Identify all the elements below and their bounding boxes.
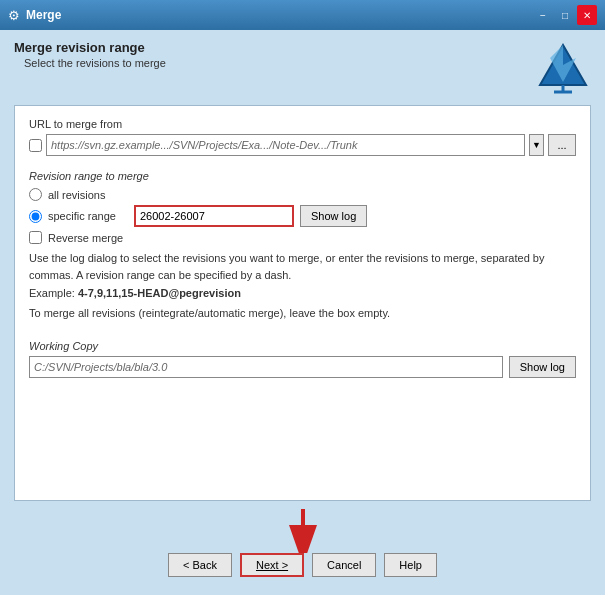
reverse-merge-checkbox[interactable] [29,231,42,244]
arrow-area [28,509,577,553]
wc-row: Show log [29,356,576,378]
specific-range-radio[interactable] [29,210,42,223]
cancel-button[interactable]: Cancel [312,553,376,577]
reverse-merge-row: Reverse merge [29,231,576,244]
info-text: Use the log dialog to select the revisio… [29,250,576,283]
url-section: URL to merge from ▼ ... [29,118,576,156]
all-revisions-label: all revisions [48,189,105,201]
next-button[interactable]: Next > [240,553,304,577]
content-area: URL to merge from ▼ ... Revision range t… [14,105,591,501]
all-revisions-row: all revisions [29,188,576,201]
page-title: Merge revision range [14,40,166,55]
help-button[interactable]: Help [384,553,437,577]
url-checkbox[interactable] [29,139,42,152]
revision-section: Revision range to merge all revisions sp… [29,170,576,322]
titlebar-controls: − □ ✕ [533,5,597,25]
dialog-body: Merge revision range Select the revision… [0,30,605,595]
bottom-bar: < Back Next > Cancel Help [14,501,591,585]
titlebar: ⚙ Merge − □ ✕ [0,0,605,30]
working-copy-section: Working Copy Show log [29,340,576,378]
example-text: Example: 4-7,9,11,15-HEAD@pegrevision [29,287,576,299]
url-row: ▼ ... [29,134,576,156]
url-label: URL to merge from [29,118,576,130]
show-log-button[interactable]: Show log [300,205,367,227]
reverse-merge-label: Reverse merge [48,232,123,244]
header-text: Merge revision range Select the revision… [14,40,166,69]
url-dropdown-arrow[interactable]: ▼ [529,134,544,156]
header-section: Merge revision range Select the revision… [14,40,591,95]
arrow-icon [273,509,333,553]
titlebar-title: Merge [26,8,61,22]
working-copy-label: Working Copy [29,340,576,352]
header-logo [536,40,591,95]
all-revisions-radio[interactable] [29,188,42,201]
browse-button[interactable]: ... [548,134,576,156]
specific-range-row: specific range Show log [29,205,576,227]
titlebar-left: ⚙ Merge [8,8,61,23]
range-input[interactable] [134,205,294,227]
action-buttons: < Back Next > Cancel Help [28,553,577,577]
maximize-button[interactable]: □ [555,5,575,25]
url-input[interactable] [46,134,525,156]
example-value: 4-7,9,11,15-HEAD@pegrevision [78,287,241,299]
working-copy-input[interactable] [29,356,503,378]
app-icon: ⚙ [8,8,20,23]
specific-range-label: specific range [48,210,128,222]
wc-show-log-button[interactable]: Show log [509,356,576,378]
auto-merge-text: To merge all revisions (reintegrate/auto… [29,305,576,322]
minimize-button[interactable]: − [533,5,553,25]
close-button[interactable]: ✕ [577,5,597,25]
back-button[interactable]: < Back [168,553,232,577]
logo-icon [536,40,591,95]
revision-section-label: Revision range to merge [29,170,576,182]
page-subtitle: Select the revisions to merge [24,57,166,69]
